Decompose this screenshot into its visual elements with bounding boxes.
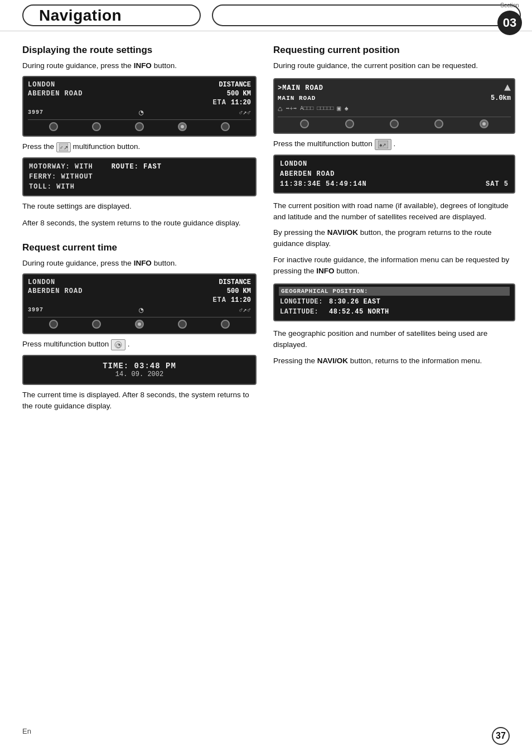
time-value: TIME: 03:48 PM [32,362,246,370]
btn1 [49,122,58,131]
btn2 [92,122,101,131]
section3-intro: During route guidance, the current posit… [273,60,515,71]
section1-press: Press the ♂↗ multifunction button. [22,141,257,152]
pos-row1: LONDON [280,159,509,169]
tscreen1-row1: LONDON DISTANCE [28,278,251,287]
pos-row3: 11:38:34E 54:49:14N SAT 5 [280,179,509,189]
time-screen-1: LONDON DISTANCE ABERDEN ROAD 500 KM ETA … [22,273,257,334]
section3-body5: Pressing the NAVI/OK button, returns to … [273,355,515,367]
screen1-row3: ETA 11:20 [28,98,251,107]
section3-body3: For inactive route guidance, the informa… [273,254,515,277]
section2-title: Request current time [22,242,257,253]
route-screen-1: LONDON DISTANCE ABERDEN ROAD 500 KM ETA … [22,76,257,137]
section2-intro: During route guidance, press the INFO bu… [22,258,257,269]
section1-title: Displaying the route settings [22,45,257,56]
main-content: Displaying the route settings During rou… [0,31,532,442]
section-current-position: Requesting current position During route… [273,45,515,367]
geo-latitude: LATITUDE: 48:52.45 NORTH [280,307,509,317]
screen1-row1: LONDON DISTANCE [28,80,251,89]
mf-icon-1: ♂↗ [56,142,71,152]
footer-language: En [22,727,31,745]
time-display-screen: TIME: 03:48 PM 14. 09. 2002 [22,355,257,385]
section3-press: Press the multifunction button ♠↗ . [273,138,515,150]
tscreen1-buttons [28,317,251,331]
tbtn2 [92,320,101,329]
right-column: Requesting current position During route… [273,45,515,425]
mbtn3 [390,119,399,128]
mbtn4 [434,119,443,128]
geo-screen: GEOGRAPHICAL POSITION: LONGITUDE: 8:30.2… [273,283,515,321]
left-column: Displaying the route settings During rou… [22,45,257,425]
map-sub: MAIN ROAD 5.0km [278,94,511,102]
tbtn3 [135,320,144,329]
section-display-route: Displaying the route settings During rou… [22,45,257,229]
geo-header: GEOGRAPHICAL POSITION: [279,287,510,296]
svg-text:♠↗: ♠↗ [379,142,386,148]
section2-footer: The current time is displayed. After 8 s… [22,389,257,412]
section2-press: Press multifunction button ◔ . [22,339,257,350]
section3-body4: The geographic position and number of sa… [273,328,515,351]
btn5 [221,122,230,131]
geo-longitude: LONGITUDE: 8:30.26 EAST [280,297,509,307]
mbtn5 [480,119,489,128]
settings-row3: TOLL: WITH [29,182,250,192]
page-footer: En 37 [0,727,532,745]
footer-page-number: 37 [492,727,510,745]
mf-icon-2: ◔ [111,339,125,350]
section-request-time: Request current time During route guidan… [22,242,257,412]
screen1-buttons [28,119,251,133]
page-title: Navigation [39,7,122,25]
tscreen1-row2: ABERDEN ROAD 500 KM [28,287,251,296]
header-middle-box [212,4,521,26]
settings-row2: FERRY: WITHOUT [29,172,250,182]
tbtn5 [221,320,230,329]
map-icons: ♺ ➡+➡ A□□□ □□□□□ ▣ ♠ [278,102,511,115]
section-number: 03 [497,11,522,35]
mbtn2 [345,119,354,128]
tbtn1 [49,320,58,329]
btn3 [135,122,144,131]
map-top: >MAIN ROAD ▲ [278,81,511,94]
tbtn4 [178,320,187,329]
section-badge: Section 03 [497,0,522,35]
svg-text:♂↗: ♂↗ [59,145,68,151]
section3-body1: The current position with road name (if … [273,200,515,223]
mbtn1 [300,119,309,128]
section3-body2: By pressing the NAVI/OK button, the prog… [273,227,515,250]
section1-footer1: The route settings are displayed. [22,201,257,212]
screen1-row2: ABERDEN ROAD 500 KM [28,89,251,98]
section3-title: Requesting current position [273,45,515,56]
tscreen1-row3: ETA 11:20 [28,296,251,305]
section1-intro: During route guidance, press the INFO bu… [22,60,257,71]
page-header: Navigation Section 03 [0,0,532,31]
map-screen: >MAIN ROAD ▲ MAIN ROAD 5.0km ♺ ➡+➡ A□□□ … [273,78,515,134]
svg-text:◔: ◔ [116,342,121,348]
mf-icon-3: ♠↗ [375,139,391,150]
footer-page: 37 [492,727,510,745]
settings-row1: MOTORWAY: WITH ROUTE: FAST [29,162,250,172]
section-label: Section [500,2,519,8]
page-title-box: Navigation [22,4,201,26]
tscreen1-row4: 3997 ◔ ♂↗♂ [28,305,251,315]
pos-row2: ABERDEN ROAD [280,169,509,179]
position-screen: LONDON ABERDEN ROAD 11:38:34E 54:49:14N … [273,155,515,194]
btn4 [178,122,187,131]
screen1-row4: 3997 ◔ ♂↗♂ [28,107,251,118]
map-buttons [278,117,511,131]
section1-footer2: After 8 seconds, the system returns to t… [22,218,257,229]
date-value: 14. 09. 2002 [32,370,246,378]
route-settings-screen: MOTORWAY: WITH ROUTE: FAST FERRY: WITHOU… [22,157,257,196]
